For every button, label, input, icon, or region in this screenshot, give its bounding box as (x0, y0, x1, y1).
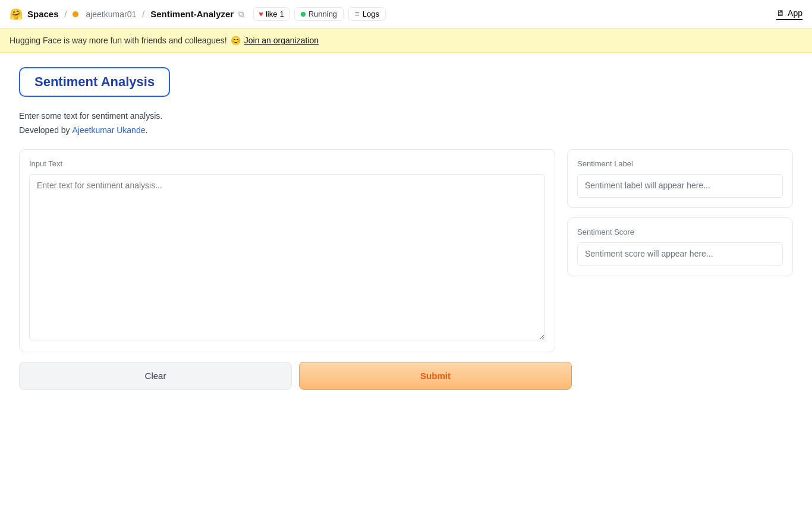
sentiment-score-value: Sentiment score will appear here... (577, 242, 783, 266)
app-developer: Developed by Ajeetkumar Ukande. (19, 125, 793, 135)
like-label: like (266, 10, 278, 18)
input-panel: Input Text (19, 149, 555, 352)
main-content: Sentiment Analysis Enter some text for s… (0, 53, 812, 404)
logs-button[interactable]: ≡ Logs (348, 7, 386, 21)
heart-icon: ♥ (259, 10, 263, 18)
running-label: Running (309, 10, 337, 18)
banner-emoji: 😊 (231, 36, 241, 45)
output-panels: Sentiment Label Sentiment label will app… (567, 149, 793, 276)
app-label: App (788, 8, 802, 18)
clear-button[interactable]: Clear (19, 362, 292, 390)
like-count: 1 (279, 10, 284, 18)
submit-button[interactable]: Submit (299, 362, 572, 390)
dev-suffix: . (145, 125, 147, 135)
repo-name: Sentiment-Analyzer (150, 9, 234, 19)
nav-separator: / (65, 10, 67, 19)
copy-icon[interactable]: ⧉ (238, 10, 244, 19)
spaces-label[interactable]: Spaces (27, 9, 59, 19)
logs-icon: ≡ (355, 10, 360, 18)
logs-label: Logs (363, 10, 379, 18)
nav-username[interactable]: ajeetkumar01 (86, 10, 136, 19)
nav-separator2: / (142, 10, 144, 19)
running-badge: Running (294, 7, 344, 21)
app-title: Sentiment Analysis (34, 74, 155, 90)
user-status-dot (73, 11, 78, 17)
sentiment-score-title: Sentiment Score (577, 228, 783, 236)
sentiment-label-panel: Sentiment Label Sentiment label will app… (567, 149, 793, 208)
like-button[interactable]: ♥ like 1 (253, 7, 289, 21)
sentiment-label-title: Sentiment Label (577, 159, 783, 168)
join-org-link[interactable]: Join an organization (244, 36, 319, 45)
join-org-banner: Hugging Face is way more fun with friend… (0, 29, 812, 53)
button-row: Clear Submit (19, 362, 572, 390)
banner-text: Hugging Face is way more fun with friend… (10, 36, 227, 45)
app-tab[interactable]: 🖥 App (776, 8, 802, 20)
io-grid: Input Text Sentiment Label Sentiment lab… (19, 149, 793, 352)
navbar: 🤗 Spaces / ajeetkumar01 / Sentiment-Anal… (0, 0, 812, 29)
input-textarea[interactable] (29, 174, 545, 340)
running-dot (301, 12, 306, 17)
dev-link[interactable]: Ajeetkumar Ukande (73, 125, 146, 135)
dev-prefix: Developed by (19, 125, 73, 135)
input-label: Input Text (29, 159, 545, 168)
sentiment-label-value: Sentiment label will appear here... (577, 174, 783, 198)
app-description: Enter some text for sentiment analysis. (19, 111, 793, 121)
app-title-box: Sentiment Analysis (19, 67, 170, 97)
sentiment-score-panel: Sentiment Score Sentiment score will app… (567, 217, 793, 276)
app-icon: 🖥 (776, 8, 785, 18)
spaces-emoji: 🤗 (10, 8, 23, 21)
